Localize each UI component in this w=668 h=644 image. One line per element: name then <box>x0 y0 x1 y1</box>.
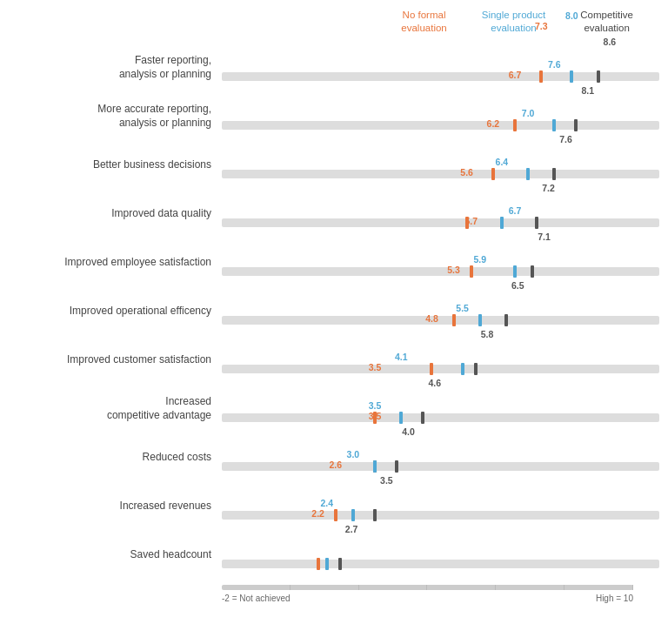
bar-area: 3.02.63.5 <box>222 482 659 531</box>
marker-blue <box>461 363 464 375</box>
bar-area: 4.13.54.6 <box>222 385 659 433</box>
bar-area: 3.53.54.0 <box>222 433 659 482</box>
bar-markers <box>222 413 659 422</box>
bar-track <box>222 462 659 471</box>
chart-row: Improved employee satisfaction6.75.77.1 <box>0 238 659 287</box>
marker-orange <box>334 509 337 521</box>
bar-track <box>222 511 659 520</box>
value-label-dark: 4.6 <box>428 378 441 388</box>
value-label-dark: 4.0 <box>402 426 415 437</box>
marker-blue <box>552 119 556 131</box>
row-label: Increasedcompetitive advantage <box>0 395 222 422</box>
row-label: Increased revenues <box>0 500 222 513</box>
chart-row: Saved headcount2.42.22.7 <box>0 531 659 580</box>
row-label: Better business decisions <box>0 158 222 172</box>
marker-dark <box>574 119 578 131</box>
bar-area: 6.45.67.2 <box>222 190 659 238</box>
marker-blue <box>399 412 403 424</box>
axis-segment <box>222 585 291 590</box>
marker-blue <box>526 168 530 180</box>
marker-orange <box>452 314 456 326</box>
bar-markers <box>222 121 659 130</box>
row-label: Reduced costs <box>0 451 222 465</box>
bar-area: 7.06.27.6 <box>222 141 659 190</box>
marker-orange <box>539 70 543 83</box>
value-label-dark: 7.1 <box>538 231 551 242</box>
bar-markers <box>222 462 659 471</box>
marker-blue <box>500 217 504 229</box>
legend: No formalevaluation Single productevalua… <box>0 9 659 35</box>
bar-track <box>222 72 659 81</box>
marker-orange <box>317 558 320 570</box>
marker-blue <box>513 265 517 278</box>
value-label-dark: 7.2 <box>542 183 555 193</box>
bar-area: 5.95.36.5 <box>222 287 659 336</box>
marker-dark <box>531 265 534 278</box>
bar-track <box>222 413 659 422</box>
marker-dark <box>597 70 600 83</box>
chart-container: No formalevaluation Single productevalua… <box>0 0 668 612</box>
marker-dark <box>421 412 424 424</box>
marker-dark <box>552 168 556 180</box>
bar-markers <box>222 170 659 178</box>
axis-min-label: -2 = Not achieved <box>222 594 291 603</box>
axis-area <box>0 585 659 590</box>
bar-area: 2.42.22.7 <box>222 531 659 580</box>
axis-segment <box>359 585 428 590</box>
axis-max-label: High = 10 <box>596 594 633 603</box>
chart-row: Improved customer satisfaction5.54.85.8 <box>0 336 659 385</box>
marker-blue <box>351 509 355 521</box>
marker-orange <box>465 217 469 229</box>
marker-orange <box>513 119 517 131</box>
legend-no-formal: No formalevaluation <box>401 9 446 35</box>
bar-track <box>222 560 659 568</box>
bar-markers <box>222 316 659 325</box>
marker-orange <box>373 412 377 424</box>
axis-segment <box>496 585 564 590</box>
bar-markers <box>222 365 659 373</box>
marker-dark <box>504 314 508 326</box>
value-label-dark: 8.6 <box>604 37 617 47</box>
value-label-dark: 5.8 <box>481 329 494 339</box>
marker-dark <box>474 363 478 375</box>
marker-blue <box>373 460 377 473</box>
legend-competitive: Competitiveevaluation <box>580 9 633 35</box>
marker-orange <box>430 363 433 375</box>
value-label-dark: 7.6 <box>559 134 572 144</box>
marker-blue <box>570 70 573 83</box>
row-label: Faster reporting,analysis or planning <box>0 54 222 81</box>
axis-labels: -2 = Not achieved High = 10 <box>222 594 659 603</box>
legend-single-product: Single productevaluation <box>482 9 546 35</box>
bar-track <box>222 267 659 276</box>
bar-track <box>222 316 659 325</box>
bar-area: 6.75.77.1 <box>222 238 659 287</box>
row-label: Improved customer satisfaction <box>0 353 222 367</box>
marker-dark <box>395 460 398 473</box>
axis-track <box>222 585 633 590</box>
chart-row: Faster reporting,analysis or planning8.0… <box>0 44 659 92</box>
chart-row: Better business decisions7.06.27.6 <box>0 141 659 190</box>
chart-row: Improved operational efficency5.95.36.5 <box>0 287 659 336</box>
chart-row: Reduced costs3.53.54.0 <box>0 433 659 482</box>
axis-segment <box>564 585 633 590</box>
row-label: Saved headcount <box>0 548 222 562</box>
marker-blue <box>325 558 329 570</box>
marker-dark <box>338 558 342 570</box>
row-label: More accurate reporting,analysis or plan… <box>0 103 222 130</box>
bar-area: 7.66.78.1 <box>222 92 659 141</box>
bar-markers <box>222 267 659 276</box>
chart-row: Increasedcompetitive advantage4.13.54.6 <box>0 385 659 433</box>
row-label: Improved data quality <box>0 207 222 221</box>
value-label-dark: 6.5 <box>511 280 524 291</box>
value-label-dark: 8.1 <box>581 85 594 96</box>
marker-orange <box>373 460 377 473</box>
value-label-dark: 2.7 <box>345 524 358 534</box>
marker-dark <box>373 509 377 521</box>
bar-track <box>222 121 659 130</box>
bar-markers <box>222 511 659 520</box>
bar-track <box>222 170 659 178</box>
marker-blue <box>478 314 482 326</box>
value-label-dark: 3.5 <box>380 475 393 486</box>
marker-dark <box>535 217 538 229</box>
chart-row: Increased revenues3.02.63.5 <box>0 482 659 531</box>
